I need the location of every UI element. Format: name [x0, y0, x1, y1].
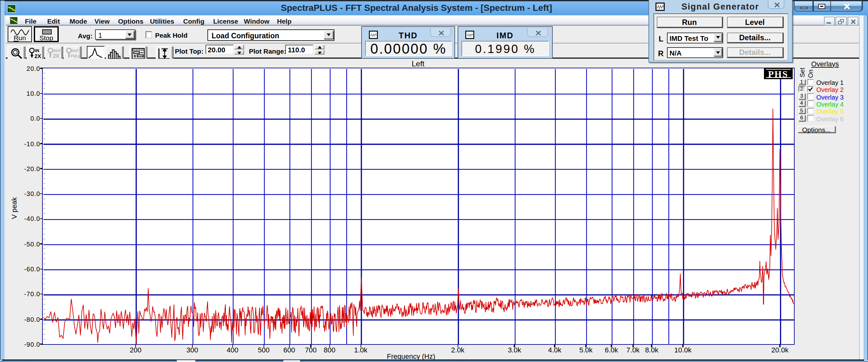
- svg-text:2X: 2X: [34, 53, 41, 59]
- svg-text:IN: IN: [35, 48, 39, 53]
- svg-text:FULL: FULL: [71, 54, 80, 58]
- svg-text:2X: 2X: [53, 53, 59, 58]
- svg-text:OUT: OUT: [53, 48, 60, 52]
- svg-text:OUT: OUT: [71, 48, 79, 52]
